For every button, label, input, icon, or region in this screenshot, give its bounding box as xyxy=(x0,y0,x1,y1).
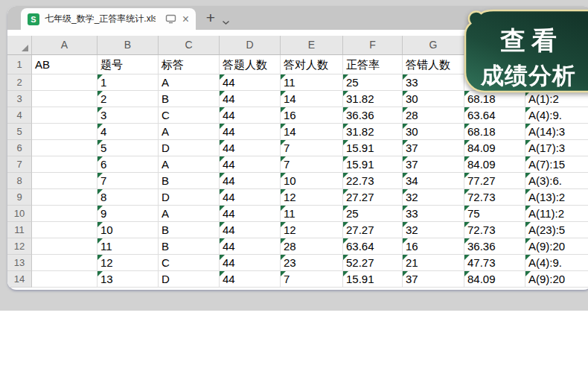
document-tab[interactable]: S 七年级_数学_正答率统计.xls × xyxy=(21,8,196,30)
cell-E4[interactable]: 16 xyxy=(281,107,343,124)
cell-H14[interactable]: 84.09 xyxy=(464,271,525,288)
row-header-6[interactable]: 6 xyxy=(7,140,32,156)
cell-A6[interactable] xyxy=(32,140,98,156)
cell-B11[interactable]: 10 xyxy=(98,222,159,238)
display-icon[interactable] xyxy=(165,14,176,24)
cell-D9[interactable]: 44 xyxy=(220,189,281,206)
cell-G6[interactable]: 37 xyxy=(403,140,464,156)
row-header-2[interactable]: 2 xyxy=(7,74,32,91)
cell-F8[interactable]: 22.73 xyxy=(343,173,403,189)
col-header-B[interactable]: B xyxy=(98,36,159,55)
cell-C11[interactable]: B xyxy=(159,222,220,238)
cell-G7[interactable]: 37 xyxy=(403,156,464,173)
cell-B8[interactable]: 7 xyxy=(98,173,159,189)
cell-E9[interactable]: 12 xyxy=(281,189,343,206)
cell-C4[interactable]: C xyxy=(159,107,220,124)
cell-H8[interactable]: 77.27 xyxy=(464,173,525,189)
cell-A13[interactable] xyxy=(32,255,98,271)
cell-H6[interactable]: 84.09 xyxy=(464,140,525,156)
cell-A11[interactable] xyxy=(32,222,98,238)
cell-B5[interactable]: 4 xyxy=(98,124,159,140)
cell-G5[interactable]: 30 xyxy=(403,124,464,140)
tab-list-chevron-down-icon[interactable] xyxy=(222,15,230,28)
cell-B9[interactable]: 8 xyxy=(98,189,159,206)
cell-F10[interactable]: 25 xyxy=(343,206,403,222)
cell-E5[interactable]: 14 xyxy=(281,124,343,140)
cell-C2[interactable]: A xyxy=(159,74,220,91)
cell-D14[interactable]: 44 xyxy=(220,271,281,288)
cell-I7[interactable]: A(7):15 xyxy=(525,156,588,173)
cell-C12[interactable]: B xyxy=(159,238,220,255)
cell-E10[interactable]: 11 xyxy=(281,206,343,222)
cell-F2[interactable]: 25 xyxy=(343,74,403,91)
cell-I13[interactable]: A(4):9. xyxy=(525,255,588,271)
cell-C3[interactable]: B xyxy=(159,91,220,107)
cell-E11[interactable]: 12 xyxy=(281,222,343,238)
cell-H11[interactable]: 72.73 xyxy=(464,222,525,238)
cell-C7[interactable]: A xyxy=(159,156,220,173)
cell-B4[interactable]: 3 xyxy=(98,107,159,124)
cell-E12[interactable]: 28 xyxy=(281,238,343,255)
cell-G12[interactable]: 16 xyxy=(403,238,464,255)
cell-D8[interactable]: 44 xyxy=(220,173,281,189)
cell-D5[interactable]: 44 xyxy=(220,124,281,140)
cell-A7[interactable] xyxy=(32,156,98,173)
select-all-corner[interactable] xyxy=(7,36,32,55)
cell-E13[interactable]: 23 xyxy=(281,255,343,271)
cell-H12[interactable]: 36.36 xyxy=(464,238,525,255)
col-header-C[interactable]: C xyxy=(159,36,220,55)
cell-C1[interactable]: 标答 xyxy=(159,55,220,74)
cell-F7[interactable]: 15.91 xyxy=(343,156,403,173)
cell-E6[interactable]: 7 xyxy=(281,140,343,156)
cell-A3[interactable] xyxy=(32,91,98,107)
view-score-analysis-button[interactable]: 查看 成绩分析 xyxy=(464,9,588,93)
cell-B10[interactable]: 9 xyxy=(98,206,159,222)
cell-I8[interactable]: A(3):6. xyxy=(525,173,588,189)
cell-F1[interactable]: 正答率 xyxy=(343,55,403,74)
cell-D2[interactable]: 44 xyxy=(220,74,281,91)
col-header-A[interactable]: A xyxy=(32,36,98,55)
cell-F13[interactable]: 52.27 xyxy=(343,255,403,271)
cell-G3[interactable]: 30 xyxy=(403,91,464,107)
row-header-11[interactable]: 11 xyxy=(7,222,32,238)
cell-D10[interactable]: 44 xyxy=(220,206,281,222)
cell-G11[interactable]: 32 xyxy=(403,222,464,238)
cell-H13[interactable]: 47.73 xyxy=(464,255,525,271)
cell-B14[interactable]: 13 xyxy=(98,271,159,288)
cell-A12[interactable] xyxy=(32,238,98,255)
cell-C6[interactable]: D xyxy=(159,140,220,156)
row-header-9[interactable]: 9 xyxy=(7,189,32,206)
row-header-10[interactable]: 10 xyxy=(7,206,32,222)
cell-I4[interactable]: A(4):9. xyxy=(525,107,588,124)
col-header-E[interactable]: E xyxy=(281,36,343,55)
cell-C14[interactable]: D xyxy=(159,271,220,288)
cell-H3[interactable]: 68.18 xyxy=(464,91,525,107)
cell-F11[interactable]: 27.27 xyxy=(343,222,403,238)
cell-D4[interactable]: 44 xyxy=(220,107,281,124)
cell-G9[interactable]: 32 xyxy=(403,189,464,206)
cell-F9[interactable]: 27.27 xyxy=(343,189,403,206)
cell-I12[interactable]: A(9):20 xyxy=(525,238,588,255)
cell-F4[interactable]: 36.36 xyxy=(343,107,403,124)
row-header-12[interactable]: 12 xyxy=(7,238,32,255)
cell-B12[interactable]: 11 xyxy=(98,238,159,255)
col-header-F[interactable]: F xyxy=(343,36,403,55)
cell-E2[interactable]: 11 xyxy=(281,74,343,91)
cell-G13[interactable]: 21 xyxy=(403,255,464,271)
cell-D13[interactable]: 44 xyxy=(220,255,281,271)
cell-G10[interactable]: 33 xyxy=(403,206,464,222)
row-header-4[interactable]: 4 xyxy=(7,107,32,124)
cell-G8[interactable]: 34 xyxy=(403,173,464,189)
col-header-G[interactable]: G xyxy=(403,36,464,55)
cell-D1[interactable]: 答题人数 xyxy=(220,55,281,74)
cell-B1[interactable]: 题号 xyxy=(98,55,159,74)
cell-F6[interactable]: 15.91 xyxy=(343,140,403,156)
cell-H10[interactable]: 75 xyxy=(464,206,525,222)
col-header-D[interactable]: D xyxy=(220,36,281,55)
cell-C9[interactable]: D xyxy=(159,189,220,206)
cell-I9[interactable]: A(13):2 xyxy=(525,189,588,206)
cell-E3[interactable]: 14 xyxy=(281,91,343,107)
cell-H9[interactable]: 72.73 xyxy=(464,189,525,206)
cell-B13[interactable]: 12 xyxy=(98,255,159,271)
cell-F12[interactable]: 63.64 xyxy=(343,238,403,255)
